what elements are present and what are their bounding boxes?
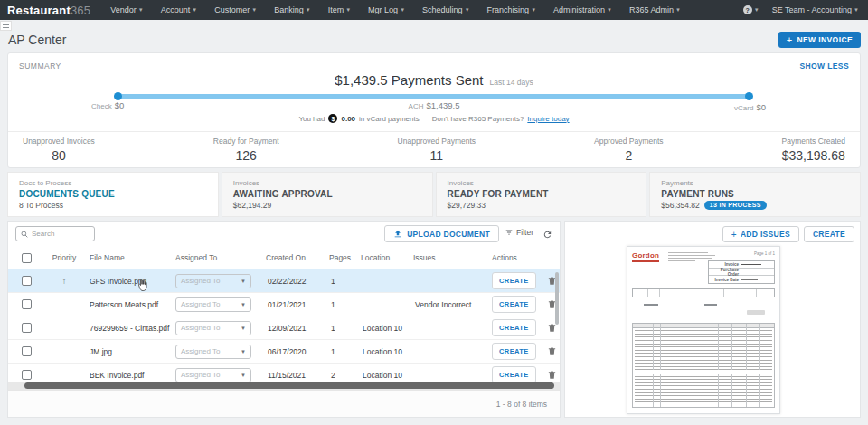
created-on: 06/17/2020 — [266, 347, 329, 356]
chevron-down-icon: ▼ — [241, 349, 246, 354]
row-checkbox[interactable] — [22, 299, 32, 309]
nav-item-vendor[interactable]: Vendor▼ — [110, 5, 143, 14]
nav-item-franchising[interactable]: Franchising▼ — [487, 5, 536, 14]
vertical-scrollbar-thumb[interactable] — [555, 272, 559, 325]
chevron-down-icon: ▼ — [306, 7, 311, 13]
assigned-to-select[interactable]: Assigned To▼ — [175, 274, 251, 288]
card-documents-queue[interactable]: Docs to Process DOCUMENTS QUEUE 8 To Pro… — [7, 172, 219, 217]
plus-icon: + — [731, 230, 737, 240]
invoice-info-box: Invoice Purchase Order Invoice Date — [708, 260, 775, 284]
refresh-button[interactable] — [542, 227, 552, 243]
account-menu[interactable]: SE Team - Accounting▼ — [772, 5, 859, 14]
trash-icon[interactable] — [547, 346, 557, 356]
row-checkbox[interactable] — [22, 323, 32, 333]
invoice-line-items-table — [632, 323, 775, 408]
create-button[interactable]: CREATE — [492, 272, 536, 289]
page-title: AP Center — [8, 33, 66, 47]
horizontal-scrollbar-thumb[interactable] — [24, 382, 554, 389]
inquire-today-link[interactable]: Inquire today — [527, 115, 569, 123]
card-awaiting-approval[interactable]: Invoices AWAITING APPROVAL $62,194.29 — [222, 172, 433, 217]
row-checkbox[interactable] — [22, 370, 32, 380]
stat-ready-for-payment: Ready for Payment126 — [213, 137, 279, 163]
nav-item-scheduling[interactable]: Scheduling▼ — [422, 5, 470, 14]
pages: 1 — [329, 277, 361, 286]
nav-item-mgr-log[interactable]: Mgr Log▼ — [368, 5, 405, 14]
row-checkbox[interactable] — [22, 276, 32, 286]
assigned-to-select[interactable]: Assigned To▼ — [175, 368, 251, 382]
filter-button[interactable]: Filter — [505, 228, 533, 237]
card-ready-for-payment[interactable]: Invoices READY FOR PAYMENT $29,729.33 — [436, 172, 647, 217]
document-preview-panel: +ADD ISSUES CREATE Gordon Page 1 of 1 In… — [564, 221, 861, 418]
nav-item-administration[interactable]: Administration▼ — [553, 5, 612, 14]
chevron-down-icon: ▼ — [607, 7, 612, 13]
file-name[interactable]: GFS Invoice.png — [84, 277, 175, 286]
chevron-down-icon: ▼ — [241, 279, 246, 284]
bar-start-dot — [114, 92, 122, 100]
table-row[interactable]: Patterson Meats.pdf Assigned To▼ 01/21/2… — [8, 293, 560, 316]
filter-icon — [505, 228, 514, 237]
issues: Vendor Incorrect — [413, 300, 483, 309]
file-name[interactable]: JM.jpg — [84, 347, 175, 356]
top-nav: Restaurant365 Vendor▼ Account▼ Customer▼… — [0, 0, 868, 20]
assigned-to-select[interactable]: Assigned To▼ — [175, 345, 251, 359]
table-row[interactable]: 769299659 - Cintas.pdf Assigned To▼ 12/0… — [8, 316, 560, 340]
new-invoice-button[interactable]: + NEW INVOICE — [778, 32, 861, 48]
table-header: Priority File Name Assigned To Created O… — [8, 247, 560, 269]
pages: 1 — [329, 300, 361, 309]
upload-document-button[interactable]: UPLOAD DOCUMENT — [384, 225, 499, 242]
chevron-down-icon: ▼ — [138, 7, 144, 13]
chevron-down-icon: ▼ — [531, 7, 536, 13]
create-button[interactable]: CREATE — [492, 366, 536, 383]
chevron-down-icon: ▼ — [675, 7, 681, 13]
file-name[interactable]: Patterson Meats.pdf — [84, 300, 175, 309]
chevron-down-icon: ▼ — [241, 326, 246, 331]
preview-create-button[interactable]: CREATE — [804, 226, 854, 242]
show-less-link[interactable]: SHOW LESS — [799, 61, 849, 71]
location: Location 10 — [361, 371, 413, 380]
select-all-checkbox[interactable] — [22, 253, 32, 263]
create-button[interactable]: CREATE — [492, 319, 536, 336]
search-input[interactable]: Search — [15, 226, 95, 241]
invoice-preview-document[interactable]: Gordon Page 1 of 1 Invoice Purchase Orde… — [627, 246, 780, 414]
assigned-to-select[interactable]: Assigned To▼ — [175, 298, 251, 312]
help-menu[interactable]: ?▼ — [743, 5, 760, 15]
stat-unapproved-invoices: Unapproved Invoices80 — [23, 137, 95, 163]
horizontal-scrollbar[interactable] — [8, 382, 560, 390]
file-name[interactable]: BEK Invoice.pdf — [84, 371, 175, 380]
pages: 1 — [329, 347, 361, 356]
table-row[interactable]: ↑ GFS Invoice.png Assigned To▼ 02/22/202… — [8, 269, 560, 293]
create-button[interactable]: CREATE — [492, 296, 536, 313]
hamburger-icon[interactable] — [0, 21, 12, 31]
nav-item-customer[interactable]: Customer▼ — [214, 5, 257, 14]
stat-unapproved-payments: Unapproved Payments11 — [398, 137, 476, 163]
stat-payments-created: Payments Created$33,198.68 — [782, 137, 845, 163]
trash-icon[interactable] — [547, 370, 557, 380]
chevron-down-icon: ▼ — [400, 7, 405, 13]
nav-item-banking[interactable]: Banking▼ — [274, 5, 310, 14]
chevron-down-icon: ▼ — [754, 7, 760, 13]
created-on: 01/21/2021 — [266, 300, 329, 309]
search-icon — [21, 231, 28, 238]
nav-menu: Vendor▼ Account▼ Customer▼ Banking▼ Item… — [110, 5, 681, 14]
vcard-amount-label: vCard$0 — [734, 102, 766, 112]
chevron-down-icon: ▼ — [854, 7, 859, 13]
vcard-payments-line: You had $ 0.00 in vCard payments Don't h… — [8, 114, 860, 123]
summary-card: SUMMARY SHOW LESS $1,439.5 Payments Sent… — [7, 52, 861, 168]
table-row[interactable]: JM.jpg Assigned To▼ 06/17/2020 1 Locatio… — [8, 340, 560, 364]
create-button[interactable]: CREATE — [492, 343, 536, 360]
chevron-down-icon: ▼ — [465, 7, 470, 13]
chevron-down-icon: ▼ — [241, 302, 246, 307]
assigned-to-select[interactable]: Assigned To▼ — [175, 321, 251, 335]
nav-item-item[interactable]: Item▼ — [328, 5, 351, 14]
created-on: 11/15/2021 — [266, 371, 329, 380]
priority-arrow-icon: ↑ — [44, 276, 84, 286]
row-checkbox[interactable] — [22, 346, 32, 356]
file-name[interactable]: 769299659 - Cintas.pdf — [84, 324, 175, 333]
card-payment-runs[interactable]: Payments PAYMENT RUNS $56,354.8213 IN PR… — [649, 172, 861, 217]
summary-label: SUMMARY — [19, 61, 61, 71]
nav-item-account[interactable]: Account▼ — [161, 5, 197, 14]
app-logo[interactable]: Restaurant365 — [7, 4, 90, 17]
chevron-down-icon: ▼ — [345, 7, 351, 13]
nav-item-r365-admin[interactable]: R365 Admin▼ — [629, 5, 681, 14]
add-issues-button[interactable]: +ADD ISSUES — [722, 226, 799, 242]
